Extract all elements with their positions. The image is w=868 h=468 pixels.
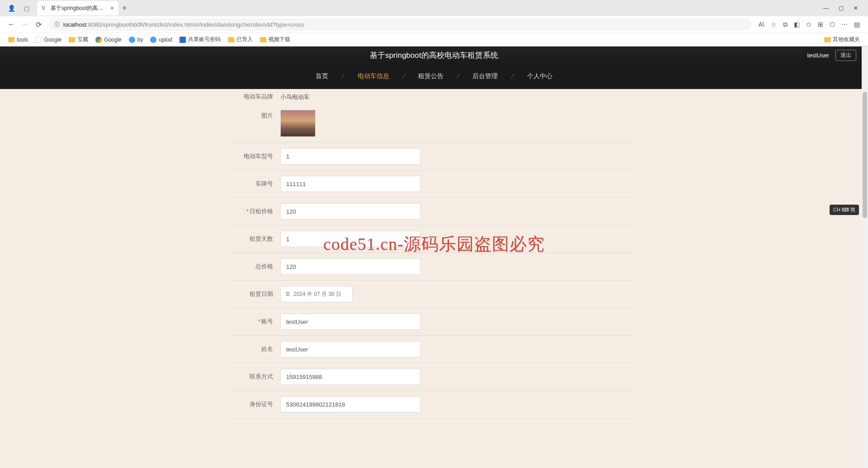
site-header: 基于springboot的高校电动车租赁系统 testUser 退出 <box>0 47 868 64</box>
input-idcard[interactable] <box>280 396 420 412</box>
google-icon <box>95 37 102 43</box>
form-wrap: 电动车品牌 小鸟电动车 图片 电动车型号 车牌号 *日租价格 <box>0 89 868 468</box>
folder-icon <box>8 37 14 42</box>
row-dayprice: *日租价格 <box>231 198 637 225</box>
favorite-icon[interactable]: ☆ <box>771 21 777 28</box>
extensions-icon[interactable]: ⊞ <box>818 21 823 28</box>
bookmark-by[interactable]: by <box>125 37 147 43</box>
input-model[interactable] <box>280 148 420 164</box>
more-menu-icon[interactable]: ⋯ <box>841 21 848 28</box>
ime-badge[interactable]: CH ⌨ 简 <box>830 205 859 215</box>
read-aloud-icon[interactable]: A\ <box>759 21 764 28</box>
image-thumb[interactable] <box>280 110 316 137</box>
bookmark-google2[interactable]: Google <box>92 37 125 43</box>
bookmark-imported[interactable]: 已导入 <box>224 36 256 43</box>
nav-ebike-info[interactable]: 电动车信息 <box>344 72 403 80</box>
new-tab-button[interactable]: + <box>122 4 127 13</box>
link-icon <box>179 37 186 43</box>
calendar-icon: 🗓 <box>285 291 291 297</box>
row-image: 图片 <box>231 104 637 143</box>
input-plate[interactable] <box>280 176 420 192</box>
address-bar: ← → ⟳ ⓘ localhost:8080/springboothb0fi/f… <box>0 16 868 33</box>
tab-title: 基于springboot的高校电动车租赁 <box>51 5 107 12</box>
bookmark-google[interactable]: Google <box>32 37 65 43</box>
row-total: 总价格 <box>231 253 637 281</box>
favorites-bar-icon[interactable]: ✩ <box>806 21 811 28</box>
input-dayprice[interactable] <box>280 203 420 220</box>
nav-user-center[interactable]: 个人中心 <box>514 72 566 80</box>
row-date: 租赁日期 🗓 2024 年 07 月 30 日 <box>231 281 637 308</box>
tabs-overview-icon[interactable]: ▢ <box>22 3 32 13</box>
label-brand: 电动车品牌 <box>231 93 280 101</box>
row-idcard: 身份证号 <box>231 391 637 418</box>
bookmark-other[interactable]: 其他收藏夹 <box>821 36 863 43</box>
url-port: :8080 <box>86 21 101 28</box>
bookmarks-bar: tools Google 宝藏 Google by uplod 共享账号密码 已… <box>0 33 868 46</box>
bookmark-video-dl[interactable]: 视频下载 <box>256 36 294 43</box>
url-host: localhost <box>63 21 86 28</box>
main-nav: 首页 / 电动车信息 / 租赁公告 / 后台管理 / 个人中心 <box>0 64 868 89</box>
collections-icon[interactable]: ◧ <box>794 21 800 28</box>
browser-tab[interactable]: V 基于springboot的高校电动车租赁 × <box>37 1 118 15</box>
back-button[interactable]: ← <box>5 18 18 31</box>
scrollbar-track[interactable] <box>862 47 868 468</box>
label-dayprice: *日租价格 <box>231 207 280 215</box>
page-icon <box>35 37 42 43</box>
input-name[interactable] <box>280 341 420 357</box>
input-days[interactable] <box>280 231 420 247</box>
folder-icon <box>228 37 234 42</box>
date-value: 2024 年 07 月 30 日 <box>293 290 341 298</box>
input-total[interactable] <box>280 258 420 275</box>
link-icon <box>150 37 156 43</box>
window-controls: — ▢ ✕ <box>823 5 864 11</box>
folder-icon <box>260 37 266 42</box>
label-date: 租赁日期 <box>231 290 280 298</box>
row-brand: 电动车品牌 小鸟电动车 <box>231 89 637 104</box>
logout-button[interactable]: 退出 <box>835 50 856 61</box>
bookmark-tools[interactable]: tools <box>5 37 32 43</box>
value-brand: 小鸟电动车 <box>280 94 310 100</box>
form-panel: 电动车品牌 小鸟电动车 图片 电动车型号 车牌号 *日租价格 <box>222 89 646 418</box>
row-account: *账号 <box>231 308 637 336</box>
row-model: 电动车型号 <box>231 143 637 170</box>
label-plate: 车牌号 <box>231 180 280 188</box>
link-icon <box>129 37 135 43</box>
scrollbar-thumb[interactable] <box>863 92 867 218</box>
tab-close-icon[interactable]: × <box>110 5 114 12</box>
site-info-icon[interactable]: ⓘ <box>54 21 60 28</box>
tab-strip: 👤 ▢ V 基于springboot的高校电动车租赁 × + — ▢ ✕ <box>0 0 868 16</box>
label-idcard: 身份证号 <box>231 400 280 408</box>
browser-chrome: 👤 ▢ V 基于springboot的高校电动车租赁 × + — ▢ ✕ ← →… <box>0 0 868 47</box>
input-account[interactable] <box>280 314 420 330</box>
nav-rental-notice[interactable]: 租赁公告 <box>405 72 457 80</box>
url-input[interactable]: ⓘ localhost:8080/springboothb0fi/front/d… <box>49 18 751 31</box>
maximize-button[interactable]: ▢ <box>839 5 844 11</box>
folder-icon <box>824 37 830 42</box>
page-viewport: code51.cncode51.cncode51.cncode51.cncode… <box>0 47 868 468</box>
minimize-button[interactable]: — <box>823 5 829 11</box>
username-label[interactable]: testUser <box>807 52 829 59</box>
bookmark-share-pwd[interactable]: 共享账号密码 <box>176 36 224 43</box>
vue-favicon-icon: V <box>42 5 48 11</box>
nav-home[interactable]: 首页 <box>302 72 342 80</box>
wallet-icon[interactable]: ⬡ <box>830 21 835 28</box>
nav-admin[interactable]: 后台管理 <box>459 72 511 80</box>
folder-icon <box>69 37 75 42</box>
input-phone[interactable] <box>280 369 420 385</box>
profile-icon[interactable]: 👤 <box>6 3 16 13</box>
reload-button[interactable]: ⟳ <box>32 18 45 31</box>
input-date[interactable]: 🗓 2024 年 07 月 30 日 <box>280 286 353 302</box>
split-screen-icon[interactable]: ⧉ <box>783 21 788 28</box>
label-days: 租赁天数 <box>231 235 280 243</box>
label-model: 电动车型号 <box>231 152 280 160</box>
label-name: 姓名 <box>231 345 280 353</box>
bookmark-baozang[interactable]: 宝藏 <box>65 36 92 43</box>
close-window-button[interactable]: ✕ <box>854 5 858 11</box>
row-days: 租赁天数 <box>231 225 637 253</box>
bookmark-uplod[interactable]: uplod <box>146 37 175 43</box>
page-body: 基于springboot的高校电动车租赁系统 testUser 退出 首页 / … <box>0 47 868 468</box>
row-name: 姓名 <box>231 336 637 363</box>
url-path: /springboothb0fi/front/dist/index.html#/… <box>101 21 304 28</box>
side-panel-icon[interactable]: ▤ <box>854 21 860 28</box>
forward-button[interactable]: → <box>18 18 32 31</box>
